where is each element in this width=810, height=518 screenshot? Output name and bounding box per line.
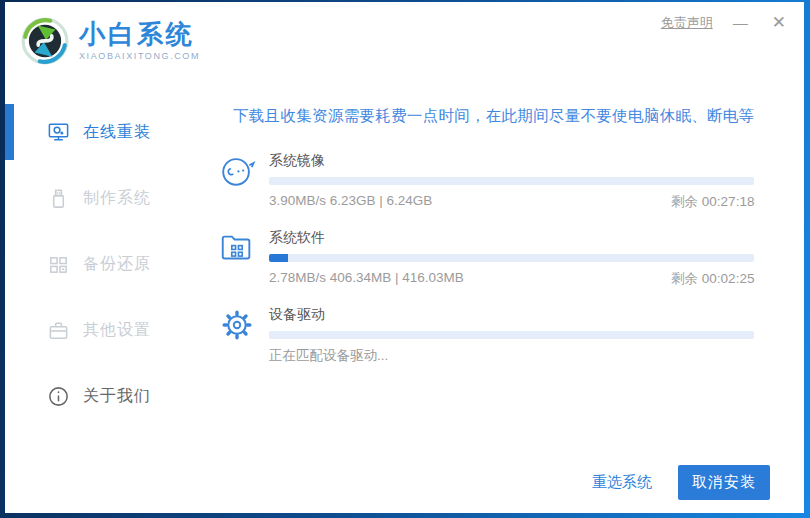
task-remaining-time: 剩余 00:27:18 <box>671 193 754 211</box>
monitor-search-icon <box>47 121 70 144</box>
progress-bar <box>269 254 754 262</box>
minimize-button[interactable]: — <box>729 13 752 32</box>
sidebar-item-label: 制作系统 <box>83 188 151 209</box>
sidebar-item-label: 关于我们 <box>83 386 151 407</box>
header: 小白系统 XIAOBAIXITONG.COM 免责声明 — ✕ <box>5 2 804 88</box>
window-frame: 小白系统 XIAOBAIXITONG.COM 免责声明 — ✕ <box>0 0 810 518</box>
sidebar-item-label: 备份还原 <box>83 254 151 275</box>
sidebar-item-online-reinstall[interactable]: 在线重装 <box>5 99 201 165</box>
task-body: 设备驱动 正在匹配设备驱动... <box>269 305 754 365</box>
app-window: 小白系统 XIAOBAIXITONG.COM 免责声明 — ✕ <box>5 2 804 513</box>
progress-fill <box>269 254 288 262</box>
titlebar-controls: 免责声明 — ✕ <box>661 12 790 33</box>
gear-icon <box>218 306 256 344</box>
sidebar-item-label: 其他设置 <box>83 320 151 341</box>
task-stats-row: 3.90MB/s 6.23GB | 6.24GB 剩余 00:27:18 <box>269 193 754 211</box>
cancel-install-button[interactable]: 取消安装 <box>678 465 770 500</box>
sidebar-item-make-system[interactable]: 制作系统 <box>5 165 201 231</box>
brand-logo-icon <box>20 16 70 66</box>
body: 在线重装 制作系统 <box>5 88 804 513</box>
sidebar-item-other-settings[interactable]: 其他设置 <box>5 297 201 363</box>
download-notice: 下载且收集资源需要耗费一点时间，在此期间尽量不要使电脑休眠、断电等 <box>233 106 754 127</box>
task-system-software: 系统软件 2.78MB/s 406.34MB | 416.03MB 剩余 00:… <box>218 228 754 288</box>
backup-grid-icon <box>47 253 70 276</box>
task-system-image: 系统镜像 3.90MB/s 6.23GB | 6.24GB 剩余 00:27:1… <box>218 151 754 211</box>
disclaimer-link[interactable]: 免责声明 <box>661 14 713 32</box>
reselect-system-button[interactable]: 重选系统 <box>592 473 652 492</box>
info-icon <box>47 385 70 408</box>
brand: 小白系统 XIAOBAIXITONG.COM <box>20 16 200 66</box>
task-speed-size: 3.90MB/s 6.23GB | 6.24GB <box>269 193 432 211</box>
task-stats-row: 正在匹配设备驱动... <box>269 347 754 365</box>
task-title: 系统镜像 <box>269 152 754 170</box>
sidebar-item-about-us[interactable]: 关于我们 <box>5 363 201 429</box>
usb-drive-icon <box>47 187 70 210</box>
close-button[interactable]: ✕ <box>768 12 790 33</box>
task-title: 设备驱动 <box>269 306 754 324</box>
progress-bar <box>269 331 754 339</box>
task-status-text: 正在匹配设备驱动... <box>269 347 388 365</box>
folder-apps-icon <box>218 229 256 267</box>
footer-actions: 重选系统 取消安装 <box>592 465 770 500</box>
progress-bar <box>269 177 754 185</box>
task-title: 系统软件 <box>269 229 754 247</box>
briefcase-icon <box>47 319 70 342</box>
task-remaining-time: 剩余 00:02:25 <box>671 270 754 288</box>
sidebar: 在线重装 制作系统 <box>5 88 201 513</box>
sidebar-item-label: 在线重装 <box>83 122 151 143</box>
mascot-face-icon <box>218 152 256 190</box>
brand-subtitle: XIAOBAIXITONG.COM <box>79 51 200 61</box>
sidebar-item-backup-restore[interactable]: 备份还原 <box>5 231 201 297</box>
task-device-drivers: 设备驱动 正在匹配设备驱动... <box>218 305 754 365</box>
task-speed-size: 2.78MB/s 406.34MB | 416.03MB <box>269 270 464 288</box>
brand-text: 小白系统 XIAOBAIXITONG.COM <box>79 21 200 61</box>
main-content: 下载且收集资源需要耗费一点时间，在此期间尽量不要使电脑休眠、断电等 系统镜像 <box>201 88 804 513</box>
task-body: 系统软件 2.78MB/s 406.34MB | 416.03MB 剩余 00:… <box>269 228 754 288</box>
brand-title: 小白系统 <box>79 21 200 48</box>
task-body: 系统镜像 3.90MB/s 6.23GB | 6.24GB 剩余 00:27:1… <box>269 151 754 211</box>
task-stats-row: 2.78MB/s 406.34MB | 416.03MB 剩余 00:02:25 <box>269 270 754 288</box>
